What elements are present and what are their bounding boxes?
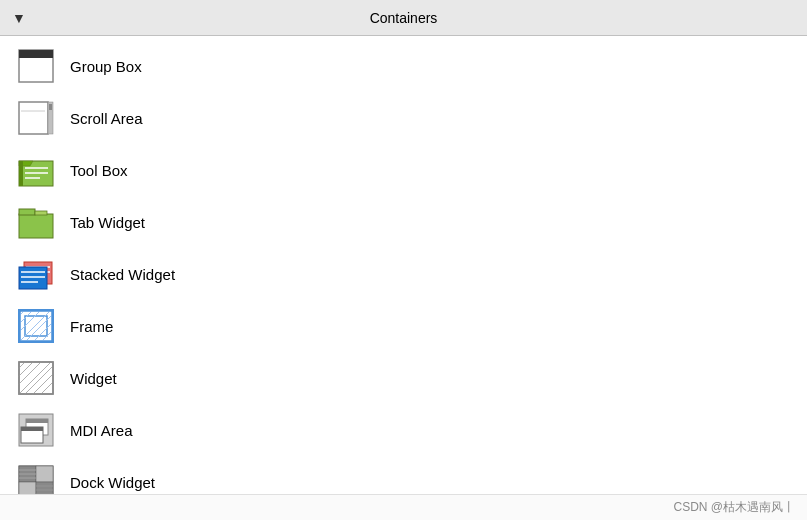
svg-rect-50 [36, 482, 53, 494]
title-bar-left: ▼ [12, 10, 26, 26]
dock-widget-icon [16, 462, 56, 494]
tab-widget-icon [16, 202, 56, 242]
dock-widget-label: Dock Widget [70, 474, 155, 491]
widget-icon [16, 358, 56, 398]
main-window: ▼ Containers Group Box [0, 0, 807, 520]
list-item-tab-widget[interactable]: Tab Widget [0, 196, 807, 248]
svg-rect-4 [49, 104, 52, 110]
dropdown-arrow-icon[interactable]: ▼ [12, 10, 26, 26]
svg-rect-45 [21, 427, 43, 431]
svg-rect-11 [19, 214, 53, 238]
stacked-widget-icon [16, 254, 56, 294]
svg-rect-2 [19, 102, 48, 134]
list-item-tool-box[interactable]: Tool Box [0, 144, 807, 196]
svg-rect-49 [19, 482, 36, 494]
list-item-frame[interactable]: Frame [0, 300, 807, 352]
item-list: Group Box Scroll Area [0, 36, 807, 494]
list-item-group-box[interactable]: Group Box [0, 40, 807, 92]
title-bar: ▼ Containers [0, 0, 807, 36]
frame-label: Frame [70, 318, 113, 335]
tool-box-label: Tool Box [70, 162, 128, 179]
content-area: Group Box Scroll Area [0, 36, 807, 494]
mdi-area-icon [16, 410, 56, 450]
widget-label: Widget [70, 370, 117, 387]
svg-rect-7 [19, 161, 23, 186]
group-box-icon [16, 46, 56, 86]
svg-rect-43 [26, 419, 48, 423]
group-box-label: Group Box [70, 58, 142, 75]
list-item-stacked-widget[interactable]: Stacked Widget [0, 248, 807, 300]
list-item-widget[interactable]: Widget [0, 352, 807, 404]
svg-rect-17 [19, 267, 47, 289]
list-item-scroll-area[interactable]: Scroll Area [0, 92, 807, 144]
scroll-area-icon [16, 98, 56, 138]
footer-text: CSDN @枯木遇南风丨 [673, 500, 795, 514]
svg-rect-13 [35, 211, 47, 215]
mdi-area-label: MDI Area [70, 422, 133, 439]
window-title: Containers [370, 10, 438, 26]
list-item-mdi-area[interactable]: MDI Area [0, 404, 807, 456]
scroll-area-label: Scroll Area [70, 110, 143, 127]
svg-rect-48 [36, 466, 53, 482]
tab-widget-label: Tab Widget [70, 214, 145, 231]
svg-rect-1 [19, 50, 53, 58]
stacked-widget-label: Stacked Widget [70, 266, 175, 283]
footer: CSDN @枯木遇南风丨 [0, 494, 807, 520]
frame-icon [16, 306, 56, 346]
svg-rect-12 [19, 209, 35, 215]
list-item-dock-widget[interactable]: Dock Widget [0, 456, 807, 494]
tool-box-icon [16, 150, 56, 190]
